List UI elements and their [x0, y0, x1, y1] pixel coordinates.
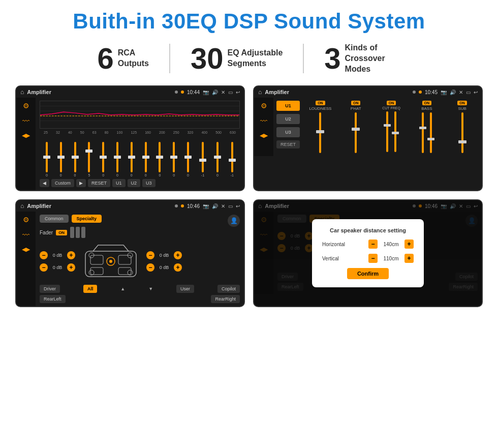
vol-minus-rl[interactable]: −	[40, 263, 48, 272]
sub-slider[interactable]	[457, 112, 468, 153]
eq-label-80: 80	[105, 131, 109, 134]
stat-text-crossover: Kinds ofCrossover Modes	[345, 43, 401, 74]
vol-minus-fl[interactable]: −	[40, 251, 48, 259]
eq-sidebar-icon-1[interactable]: ⚙	[23, 102, 29, 110]
eq-slider-12[interactable]: -1	[201, 142, 204, 177]
eq-sidebar-icon-2[interactable]: 〰	[22, 117, 29, 125]
confirm-button[interactable]: Confirm	[347, 268, 389, 279]
phat-slider[interactable]	[351, 112, 361, 153]
back-icon-crossover[interactable]: ↩	[474, 89, 478, 95]
bass-slider-2[interactable]	[427, 112, 434, 153]
window-icon-eq[interactable]: ▭	[228, 89, 233, 95]
eq-label-32: 32	[56, 131, 60, 134]
close-icon-eq[interactable]: ✕	[221, 89, 225, 95]
vol-plus-fl[interactable]: +	[67, 251, 75, 259]
eq-slider-4[interactable]: 5	[88, 142, 90, 177]
user-btn[interactable]: User	[176, 285, 194, 293]
eq-u1-button[interactable]: U1	[112, 179, 126, 187]
eq-bottom-bar: ◀ Custom ▶ RESET U1 U2 U3	[40, 179, 240, 187]
driver-btn[interactable]: Driver	[40, 285, 60, 293]
home-icon-fader[interactable]: ⌂	[20, 202, 24, 210]
stat-rca: 6 RCAOutputs	[77, 44, 170, 73]
window-icon-fader[interactable]: ▭	[228, 203, 233, 209]
eq-u3-button[interactable]: U3	[142, 179, 155, 187]
eq-slider-2[interactable]: 0	[60, 142, 62, 177]
vertical-plus-btn[interactable]: +	[404, 254, 414, 263]
u3-button[interactable]: U3	[276, 127, 300, 137]
fader-left-sidebar: ⚙ 〰 ◀▶	[16, 212, 36, 306]
copilot-btn[interactable]: Copilot	[217, 285, 240, 293]
bass-slider-1[interactable]	[419, 112, 426, 153]
fader-on-badge: ON	[56, 230, 67, 235]
vol-minus-fr[interactable]: −	[146, 251, 154, 259]
window-icon-crossover[interactable]: ▭	[466, 89, 471, 95]
cutfreq-slider-2[interactable]	[392, 111, 399, 152]
eq-slider-10[interactable]: 0	[173, 142, 175, 177]
loudness-on-badge: ON	[316, 101, 325, 105]
vol-row-rl: − 0 dB +	[40, 263, 75, 272]
fader-sidebar-icon-3[interactable]: ◀▶	[22, 246, 30, 253]
eq-slider-6[interactable]: 0	[116, 142, 118, 177]
vol-plus-rr[interactable]: +	[174, 263, 182, 272]
cutfreq-slider-1[interactable]	[384, 111, 391, 152]
eq-custom-button[interactable]: Custom	[51, 179, 74, 187]
status-title-fader: Amplifier	[27, 203, 172, 209]
u1-button[interactable]: U1	[276, 101, 300, 111]
eq-slider-1[interactable]: 0	[46, 142, 48, 177]
horizontal-minus-btn[interactable]: −	[368, 240, 378, 249]
eq-slider-14[interactable]: -1	[231, 142, 234, 177]
eq-slider-8[interactable]: 0	[145, 142, 147, 177]
all-btn[interactable]: All	[83, 285, 98, 293]
screen-fader: ⌂ Amplifier 10:46 📷 🔊 ✕ ▭ ↩ ⚙ 〰 ◀▶	[15, 199, 245, 307]
rearright-btn[interactable]: RearRight	[211, 295, 240, 303]
back-icon-eq[interactable]: ↩	[236, 89, 240, 95]
eq-label-200: 200	[159, 131, 165, 134]
camera-icon-crossover: 📷	[441, 89, 447, 95]
stats-row: 6 RCAOutputs 30 EQ AdjustableSegments 3 …	[15, 43, 483, 74]
screen-crossover: ⌂ Amplifier 10:45 📷 🔊 ✕ ▭ ↩ ⚙ 〰 ◀▶	[253, 85, 483, 191]
status-bar-crossover: ⌂ Amplifier 10:45 📷 🔊 ✕ ▭ ↩	[254, 86, 482, 98]
svg-rect-16	[427, 138, 434, 140]
eq-slider-5[interactable]: 0	[102, 142, 104, 177]
vol-plus-rl[interactable]: +	[67, 263, 75, 272]
rearleft-btn[interactable]: RearLeft	[40, 295, 66, 303]
eq-slider-13[interactable]: 0	[216, 142, 219, 177]
fader-specialty-tab[interactable]: Specialty	[72, 215, 102, 223]
profile-icon-fader[interactable]: 👤	[228, 215, 240, 227]
eq-reset-button[interactable]: RESET	[88, 179, 110, 187]
close-icon-fader[interactable]: ✕	[221, 203, 225, 209]
fader-common-tab[interactable]: Common	[40, 215, 69, 223]
eq-next-button[interactable]: ▶	[76, 179, 86, 187]
vol-plus-fr[interactable]: +	[174, 251, 182, 259]
crossover-sidebar-icon-3[interactable]: ◀▶	[260, 132, 268, 139]
eq-slider-3[interactable]: 0	[74, 142, 76, 177]
eq-slider-7[interactable]: 0	[131, 142, 133, 177]
screens-grid: ⌂ Amplifier 10:44 📷 🔊 ✕ ▭ ↩ ⚙ 〰 ◀▶	[15, 85, 483, 307]
vertical-minus-btn[interactable]: −	[368, 254, 378, 263]
crossover-sidebar-icon-2[interactable]: 〰	[260, 117, 267, 125]
volume-icon-eq: 🔊	[212, 89, 218, 95]
close-icon-crossover[interactable]: ✕	[459, 89, 463, 95]
cutfreq-label: CUT FREQ	[382, 106, 400, 110]
crossover-reset-button[interactable]: RESET	[276, 140, 300, 148]
camera-icon-fader: 📷	[203, 203, 209, 209]
vol-row-rr: − 0 dB +	[146, 263, 182, 272]
vol-minus-rr[interactable]: −	[146, 263, 154, 272]
home-icon-eq[interactable]: ⌂	[20, 88, 24, 96]
home-icon-crossover[interactable]: ⌂	[258, 88, 262, 96]
eq-slider-11[interactable]: 0	[187, 142, 189, 177]
status-time-eq: 10:44	[187, 89, 200, 95]
crossover-sidebar-icon-1[interactable]: ⚙	[261, 102, 267, 110]
fader-sidebar-icon-2[interactable]: 〰	[22, 231, 29, 239]
fader-slider-group[interactable]	[70, 227, 85, 238]
back-icon-fader[interactable]: ↩	[236, 203, 240, 209]
u2-button[interactable]: U2	[276, 114, 300, 124]
eq-sidebar-icon-3[interactable]: ◀▶	[22, 132, 30, 139]
fader-sidebar-icon-1[interactable]: ⚙	[23, 216, 29, 224]
horizontal-plus-btn[interactable]: +	[404, 240, 414, 249]
eq-u2-button[interactable]: U2	[128, 179, 141, 187]
eq-slider-9[interactable]: 0	[159, 142, 161, 177]
svg-rect-21	[118, 255, 131, 264]
eq-prev-button[interactable]: ◀	[40, 179, 49, 187]
loudness-slider[interactable]	[315, 112, 325, 153]
